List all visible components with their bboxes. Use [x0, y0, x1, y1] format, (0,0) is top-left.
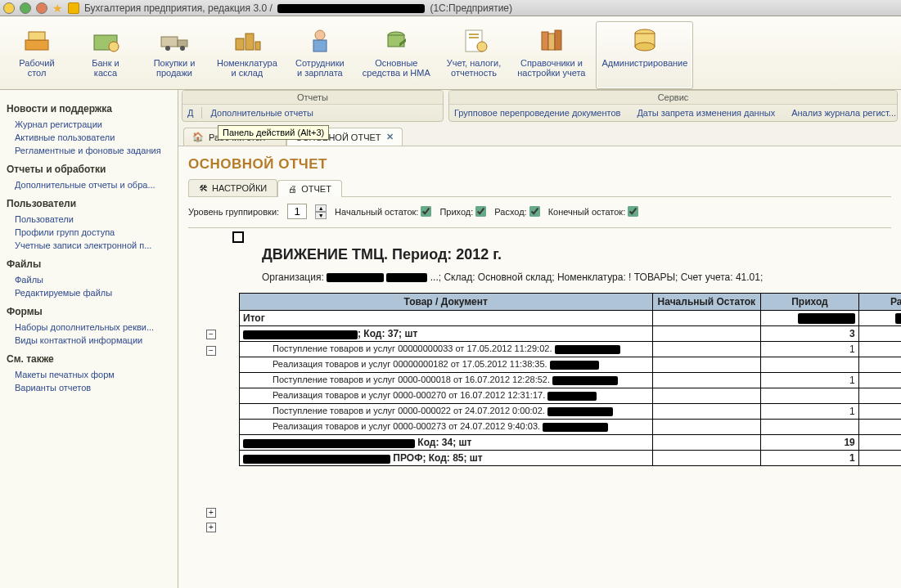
sidebar-link[interactable]: Пользователи	[7, 213, 171, 226]
stock-icon	[231, 24, 264, 56]
redacted	[277, 4, 425, 13]
tab-settings[interactable]: 🛠НАСТРОЙКИ	[188, 179, 277, 196]
tab-label: ОТЧЕТ	[301, 184, 331, 194]
settings-icon: 🛠	[199, 183, 208, 193]
sidebar-link[interactable]: Варианты отчетов	[7, 381, 171, 394]
toolbar-label: Основныесредства и НМА	[363, 58, 430, 78]
report-sheet: ДВИЖЕНИЕ ТМЦ. Период: 2012 г. Организаци…	[188, 227, 891, 466]
toolbar-item-desktop[interactable]: Рабочийстол	[5, 21, 69, 89]
table-row[interactable]: Поступление товаров и услуг 0000-000018 …	[240, 373, 902, 388]
bank-icon	[89, 24, 122, 56]
toolbar-item-sales[interactable]: Покупки ипродажи	[142, 21, 206, 89]
toolbar-item-refs[interactable]: Справочники инастройки учета	[511, 21, 591, 89]
toolbar-item-stock[interactable]: Номенклатураи склад	[211, 21, 283, 89]
sidebar-link[interactable]: Журнал регистрации	[7, 118, 171, 131]
sidebar-link[interactable]: Профили групп доступа	[7, 226, 171, 239]
tree-expand-btn[interactable]: +	[206, 508, 216, 518]
svg-rect-0	[25, 40, 48, 50]
section-link[interactable]: Групповое перепроведение документов	[454, 108, 620, 118]
table-row[interactable]: Поступление товаров и услуг 00000000033 …	[240, 342, 902, 357]
table-row-total: Итог	[240, 311, 902, 326]
table-row-group[interactable]: Код: 34; шт1919	[240, 435, 902, 451]
col-header: Расход	[858, 294, 901, 311]
redacted	[798, 313, 855, 324]
section-head: Сервис	[449, 91, 897, 105]
chk-end-balance[interactable]	[628, 206, 638, 217]
tree-collapse-column: − − + +	[188, 326, 234, 532]
table-row[interactable]: Реализация товаров и услуг 0000-000273 о…	[240, 420, 902, 435]
section-link[interactable]: Дополнительные отчеты	[210, 108, 313, 118]
section-link[interactable]: Анализ журнала регист...	[791, 108, 896, 118]
svg-rect-5	[178, 40, 187, 47]
svg-rect-4	[161, 37, 178, 47]
chk-outcome[interactable]	[529, 206, 540, 217]
sidebar-heading: Пользователи	[7, 198, 171, 209]
filter-label: Расход:	[494, 207, 526, 217]
close-icon[interactable]: ✕	[386, 132, 394, 142]
svg-rect-20	[548, 34, 555, 50]
sheet-mark-icon	[232, 231, 244, 243]
toolbar-item-staff[interactable]: Сотрудникии зарплата	[288, 21, 352, 89]
toolbar-item-assets[interactable]: Основныесредства и НМА	[357, 21, 436, 89]
sidebar-link[interactable]: Виды контактной информации	[7, 334, 171, 347]
section-link[interactable]: Д	[187, 108, 193, 118]
spin-up[interactable]: ▲	[315, 204, 327, 212]
toolbar-label: Сотрудникии зарплата	[295, 58, 345, 78]
tab-report[interactable]: 🖨ОТЧЕТ	[277, 180, 342, 197]
favorite-icon[interactable]: ★	[52, 2, 63, 15]
svg-point-11	[315, 30, 325, 40]
toolbar-label: Учет, налоги,отчетность	[447, 58, 501, 78]
db-icon	[628, 24, 661, 56]
desk-icon	[20, 24, 53, 56]
table-row[interactable]: Поступление товаров и услуг 0000-000022 …	[240, 404, 902, 420]
redacted	[895, 313, 901, 324]
spin-down[interactable]: ▼	[315, 212, 327, 219]
sidebar-heading: Формы	[7, 306, 171, 317]
sidebar-link[interactable]: Файлы	[7, 273, 171, 286]
report-icon	[457, 24, 490, 56]
svg-rect-9	[246, 34, 254, 50]
svg-point-3	[109, 42, 119, 52]
report-content: ОСНОВНОЙ ОТЧЕТ 🛠НАСТРОЙКИ 🖨ОТЧЕТ Уровень…	[178, 146, 901, 588]
sidebar-link[interactable]: Макеты печатных форм	[7, 368, 171, 381]
sidebar-link[interactable]: Активные пользователи	[7, 131, 171, 144]
sidebar-link[interactable]: Редактируемые файлы	[7, 286, 171, 299]
tree-expand-btn[interactable]: +	[206, 523, 216, 532]
win-maximize-icon[interactable]	[20, 2, 31, 14]
report-tabs: 🛠НАСТРОЙКИ 🖨ОТЧЕТ	[188, 179, 891, 197]
win-minimize-icon[interactable]	[3, 2, 15, 14]
svg-point-18	[477, 42, 487, 52]
truck-icon	[158, 24, 191, 56]
sidebar-link[interactable]: Регламентные и фоновые задания	[7, 144, 171, 157]
redacted	[243, 330, 358, 339]
toolbar-label: Рабочийстол	[19, 58, 54, 78]
chk-income[interactable]	[475, 206, 486, 217]
toolbar-label: Покупки ипродажи	[154, 58, 196, 78]
win-close-icon[interactable]	[36, 2, 47, 14]
window-title: Бухгалтерия предприятия, редакция 3.0 / …	[84, 2, 512, 14]
sidebar-heading: Отчеты и обработки	[7, 164, 171, 175]
table-row[interactable]: Реализация товаров и услуг 00000000182 о…	[240, 357, 902, 373]
table-row-group[interactable]: ПРОФ; Код: 85; шт11	[240, 451, 902, 466]
sheet-title: ДВИЖЕНИЕ ТМЦ. Период: 2012 г.	[262, 246, 891, 263]
table-row-group[interactable]: ; Код: 37; шт 33	[240, 326, 902, 342]
table-row[interactable]: Реализация товаров и услуг 0000-000270 о…	[240, 388, 902, 404]
tree-collapse-btn[interactable]: −	[206, 330, 216, 339]
sidebar-link[interactable]: Наборы дополнительных рекви...	[7, 321, 171, 334]
toolbar-item-admin[interactable]: Администрирование	[596, 21, 693, 89]
svg-rect-10	[255, 42, 260, 50]
filters-bar: Уровень группировки: ▲▼ Начальный остато…	[188, 204, 891, 219]
svg-point-7	[180, 46, 185, 51]
redacted	[386, 273, 427, 282]
svg-rect-14	[388, 35, 404, 47]
group-level-spinner[interactable]: ▲▼	[315, 204, 327, 219]
tree-collapse-btn[interactable]: −	[206, 346, 216, 356]
svg-point-24	[635, 43, 655, 51]
chk-start-balance[interactable]	[421, 206, 431, 217]
sidebar-link[interactable]: Дополнительные отчеты и обра...	[7, 178, 171, 191]
sidebar-link[interactable]: Учетные записи электронной п...	[7, 239, 171, 252]
toolbar-item-tax[interactable]: Учет, налоги,отчетность	[441, 21, 507, 89]
toolbar-item-bank[interactable]: Банк икасса	[74, 21, 137, 89]
section-link[interactable]: Даты запрета изменения данных	[637, 108, 775, 118]
group-level-input[interactable]	[287, 204, 307, 219]
